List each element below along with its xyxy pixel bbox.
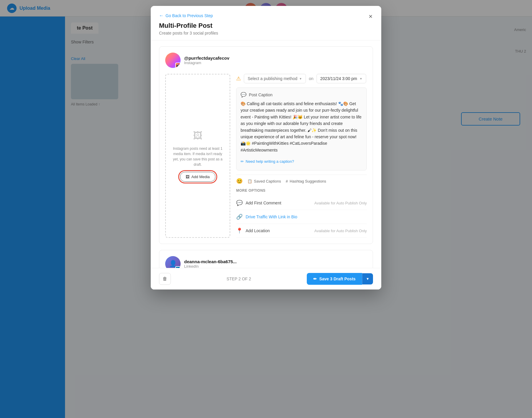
hashtag-suggestions[interactable]: # Hashtag Suggestions (286, 179, 326, 183)
instagram-profile-info: @purrfectdaycafecov Instagram (184, 56, 229, 65)
scheduled-date-text: 2023/11/24 3:00 pm (320, 76, 357, 81)
add-first-comment-note: Available for Auto Publish Only (314, 201, 367, 205)
back-arrow-icon: ← (159, 13, 164, 18)
drive-traffic-row[interactable]: 🔗 Drive Traffic With Link in Bio (236, 210, 367, 224)
back-label: Go Back to Previous Step (166, 13, 213, 18)
ai-help-icon: ✏ (241, 159, 244, 164)
drive-traffic-label[interactable]: Drive Traffic With Link in Bio (246, 214, 297, 219)
caption-header: 💬 Post Caption (241, 92, 362, 97)
caption-text[interactable]: 🎨 Calling all cat-tastic artists and fel… (241, 100, 362, 153)
hashtag-icon: # (286, 179, 288, 183)
step-label: STEP 2 OF 2 (227, 277, 251, 281)
add-first-comment-label: Add First Comment (246, 201, 281, 205)
saved-captions-icon: 📋 (247, 179, 252, 183)
save-pencil-icon: ✏ (313, 277, 317, 281)
media-note: Instagram posts need at least 1 media it… (166, 146, 230, 167)
add-media-button[interactable]: 🖼 Add Media (180, 172, 215, 182)
caption-title: Post Caption (249, 92, 273, 97)
drive-traffic-icon: 🔗 (236, 214, 243, 220)
hashtag-label: Hashtag Suggestions (290, 179, 326, 183)
modal-title: Multi-Profile Post (159, 22, 373, 30)
linkedin-profile-info: deanna-mclean-6ba675... LinkedIn (184, 259, 237, 269)
saved-captions-label: Saved Captions (254, 179, 281, 183)
scheduled-date-select[interactable]: 2023/11/24 3:00 pm ▼ (317, 74, 366, 83)
modal-subtitle: Create posts for 3 social profiles (159, 31, 373, 35)
publish-method-bar: ⚠ Select a publishing method ▼ on 2023/1… (236, 74, 367, 83)
ai-help-button[interactable]: ✏ Need help writing a caption? (241, 157, 294, 166)
add-location-left: 📍 Add Location (236, 227, 270, 234)
instagram-avatar: 📷 (165, 53, 181, 68)
warning-icon: ⚠ (236, 75, 241, 82)
first-comment-icon: 💬 (236, 200, 243, 206)
save-button[interactable]: ✏ Save 3 Draft Posts (307, 273, 362, 285)
modal-body: 📷 @purrfectdaycafecov Instagram 🖼 Instag… (151, 40, 381, 289)
media-preview-area: 🖼 Instagram posts need at least 1 media … (165, 74, 230, 238)
instagram-post-settings: ⚠ Select a publishing method ▼ on 2023/1… (236, 74, 367, 238)
media-placeholder-icon: 🖼 (193, 130, 202, 141)
instagram-profile-header: 📷 @purrfectdaycafecov Instagram (165, 53, 367, 68)
publish-method-text: Select a publishing method (248, 76, 297, 81)
saved-captions[interactable]: 📋 Saved Captions (247, 179, 281, 183)
instagram-platform: Instagram (184, 61, 229, 65)
add-location-row: 📍 Add Location Available for Auto Publis… (236, 224, 367, 238)
add-media-label: Add Media (191, 175, 210, 179)
emoji-icon: 😊 (236, 178, 243, 184)
save-dropdown-button[interactable]: ▼ (362, 273, 373, 284)
modal-overlay: ← Go Back to Previous Step Multi-Profile… (0, 0, 532, 418)
location-icon: 📍 (236, 227, 243, 234)
instagram-handle: @purrfectdaycafecov (184, 56, 229, 61)
add-location-label: Add Location (246, 228, 270, 233)
caption-actions: 😊 📋 Saved Captions # Hashtag Suggestions (236, 175, 367, 187)
publish-select-chevron: ▼ (299, 77, 302, 80)
emoji-picker[interactable]: 😊 (236, 178, 243, 184)
save-group: ✏ Save 3 Draft Posts ▼ (307, 273, 373, 285)
close-button[interactable]: × (366, 12, 375, 21)
back-link[interactable]: ← Go Back to Previous Step (159, 13, 373, 18)
modal-dialog: ← Go Back to Previous Step Multi-Profile… (151, 6, 381, 289)
add-media-icon: 🖼 (186, 175, 189, 179)
ai-help-label: Need help writing a caption? (246, 159, 294, 164)
add-location-note: Available for Auto Publish Only (314, 229, 367, 233)
modal-footer: 🗑 STEP 2 OF 2 ✏ Save 3 Draft Posts ▼ (151, 268, 381, 289)
linkedin-handle: deanna-mclean-6ba675... (184, 259, 237, 264)
publish-method-select[interactable]: Select a publishing method ▼ (244, 74, 306, 83)
modal-header: ← Go Back to Previous Step Multi-Profile… (151, 6, 381, 40)
instagram-badge: 📷 (175, 63, 181, 68)
instagram-content: 🖼 Instagram posts need at least 1 media … (165, 74, 367, 238)
caption-box: 💬 Post Caption 🎨 Calling all cat-tastic … (236, 87, 367, 170)
caption-icon: 💬 (241, 92, 246, 97)
add-first-comment-left: 💬 Add First Comment (236, 200, 281, 206)
save-arrow-icon: ▼ (366, 277, 369, 281)
drive-traffic-left: 🔗 Drive Traffic With Link in Bio (236, 214, 297, 220)
add-first-comment-row: 💬 Add First Comment Available for Auto P… (236, 196, 367, 210)
delete-button[interactable]: 🗑 (159, 273, 171, 285)
more-options-label: MORE OPTIONS (236, 188, 367, 193)
on-label: on (309, 76, 314, 81)
save-label: Save 3 Draft Posts (319, 277, 356, 281)
date-select-chevron: ▼ (359, 77, 362, 80)
delete-icon: 🗑 (163, 276, 167, 282)
instagram-profile-section: 📷 @purrfectdaycafecov Instagram 🖼 Instag… (159, 46, 373, 244)
